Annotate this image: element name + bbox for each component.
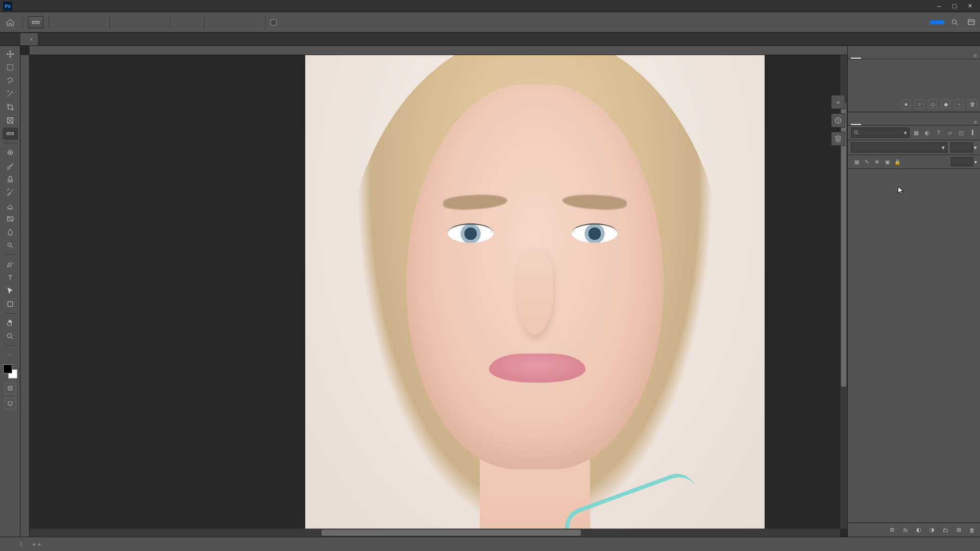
new-layer-icon[interactable]: ⊞ xyxy=(954,526,963,534)
filter-type-icon[interactable]: T xyxy=(934,128,943,137)
edit-toolbar[interactable]: ⋯ xyxy=(3,349,18,361)
menu-plugins[interactable] xyxy=(91,0,99,12)
nav-next-icon[interactable]: ▸ xyxy=(38,541,41,547)
document-tab-close[interactable]: × xyxy=(30,36,33,42)
marquee-tool[interactable] xyxy=(3,61,18,73)
history-brush-tool[interactable] xyxy=(3,186,18,198)
eraser-tool[interactable] xyxy=(3,199,18,212)
ruler-vertical[interactable] xyxy=(20,55,30,537)
tab-kanaele[interactable] xyxy=(862,121,872,125)
hand-icon xyxy=(6,319,14,327)
libraries-panel-icon[interactable] xyxy=(831,132,845,146)
layer-mask-icon[interactable]: ◐ xyxy=(915,526,923,534)
lock-all-icon[interactable]: 🔒 xyxy=(893,157,902,166)
tab-farbe[interactable] xyxy=(862,55,872,59)
path-fill-icon[interactable]: ● xyxy=(901,99,911,109)
use-measure-scale-checkbox[interactable] xyxy=(271,19,279,26)
group-layers-icon[interactable]: 🗀 xyxy=(941,526,949,534)
document-tab[interactable]: × xyxy=(20,33,38,45)
lock-paint-icon[interactable]: ✎ xyxy=(862,157,871,166)
lock-transparent-icon[interactable]: ▦ xyxy=(852,157,861,166)
shape-tool[interactable] xyxy=(3,298,18,310)
menu-filter[interactable] xyxy=(66,0,75,12)
chevron-down-icon[interactable]: ▾ xyxy=(974,144,977,151)
type-tool[interactable] xyxy=(3,271,18,284)
crop-tool[interactable] xyxy=(3,101,18,113)
layers-panel: ≡ ▾ ▦ ◐ T ▱ ◫ ⏽ ▾ xyxy=(848,112,980,537)
fill-input[interactable] xyxy=(951,157,973,166)
tab-ebenen[interactable] xyxy=(851,120,861,125)
menu-schrift[interactable] xyxy=(50,0,58,12)
healing-tool[interactable] xyxy=(3,146,18,159)
link-layers-icon[interactable]: ⧉ xyxy=(888,526,896,534)
brush-tool[interactable] xyxy=(3,160,18,172)
filter-pixel-icon[interactable]: ▦ xyxy=(912,128,921,137)
search-button[interactable] xyxy=(949,17,961,28)
path-selection-icon[interactable]: ◇ xyxy=(928,99,937,109)
menu-ebene[interactable] xyxy=(42,0,50,12)
menu-3d[interactable] xyxy=(75,0,83,12)
move-tool[interactable] xyxy=(3,48,18,60)
search-icon xyxy=(951,18,959,27)
scrollbar-horizontal[interactable] xyxy=(30,529,840,537)
frame-tool[interactable] xyxy=(3,114,18,127)
delete-layer-icon[interactable]: 🗑 xyxy=(968,526,976,534)
filter-toggle-icon[interactable]: ⏽ xyxy=(968,128,977,137)
screen-mode-toggle[interactable] xyxy=(5,398,16,409)
menu-ansicht[interactable] xyxy=(83,0,91,12)
menu-datei[interactable] xyxy=(17,0,26,12)
path-select-tool[interactable] xyxy=(3,285,18,297)
screen-icon xyxy=(7,400,13,407)
tool-preset-picker[interactable] xyxy=(28,16,43,29)
gradient-tool[interactable] xyxy=(3,213,18,225)
document-canvas[interactable] xyxy=(305,55,765,537)
home-button[interactable] xyxy=(3,15,17,30)
menu-auswahl[interactable] xyxy=(58,0,66,12)
opacity-input[interactable] xyxy=(950,142,973,153)
blur-tool[interactable] xyxy=(3,226,18,238)
wand-tool[interactable] xyxy=(3,88,18,100)
chevron-down-icon[interactable]: ▾ xyxy=(974,159,977,165)
quick-mask-toggle[interactable] xyxy=(5,383,16,394)
lock-position-icon[interactable]: ✥ xyxy=(872,157,881,166)
pen-tool[interactable] xyxy=(3,258,18,270)
layer-filter-type[interactable]: ▾ xyxy=(851,128,910,138)
eyedropper-tool[interactable] xyxy=(3,128,18,140)
lasso-tool[interactable] xyxy=(3,74,18,87)
menu-hilfe[interactable] xyxy=(107,0,115,12)
zoom-tool[interactable] xyxy=(3,330,18,342)
filter-shape-icon[interactable]: ▱ xyxy=(945,128,954,137)
layers-panel-menu-icon[interactable]: ≡ xyxy=(971,119,980,125)
window-close[interactable]: ✕ xyxy=(963,1,977,11)
workspace-button[interactable] xyxy=(966,17,977,28)
menu-bild[interactable] xyxy=(34,0,42,12)
panel-menu-icon[interactable]: ≡ xyxy=(971,53,980,59)
dock-expand-icon[interactable]: « xyxy=(831,95,845,109)
blend-mode-select[interactable]: ▾ xyxy=(851,142,947,153)
menu-bearbeiten[interactable] xyxy=(26,0,34,12)
menu-fenster[interactable] xyxy=(99,0,107,12)
color-swatches[interactable] xyxy=(3,364,17,379)
nav-prev-icon[interactable]: ◂ xyxy=(32,541,35,547)
tab-pfade[interactable] xyxy=(851,54,861,59)
layer-style-icon[interactable]: fx xyxy=(901,526,910,534)
path-mask-icon[interactable]: ◆ xyxy=(941,99,950,109)
foreground-color[interactable] xyxy=(3,364,12,373)
viewport[interactable] xyxy=(30,55,847,537)
adjustment-layer-icon[interactable]: ◑ xyxy=(928,526,936,534)
lock-artboard-icon[interactable]: ▣ xyxy=(883,157,892,166)
status-chevron-icon[interactable]: 〉 xyxy=(19,540,25,548)
history-panel-icon[interactable] xyxy=(831,113,845,128)
filter-adjust-icon[interactable]: ◐ xyxy=(923,128,932,137)
path-stroke-icon[interactable]: ○ xyxy=(915,99,924,109)
new-path-icon[interactable]: ▫ xyxy=(954,99,964,109)
window-maximize[interactable]: ▢ xyxy=(947,1,962,11)
stamp-tool[interactable] xyxy=(3,173,18,185)
filter-smart-icon[interactable]: ◫ xyxy=(957,128,966,137)
window-minimize[interactable]: ─ xyxy=(932,1,946,11)
delete-path-icon[interactable]: 🗑 xyxy=(968,99,977,109)
ruler-horizontal[interactable] xyxy=(30,46,847,55)
dodge-tool[interactable] xyxy=(3,239,18,252)
hand-tool[interactable] xyxy=(3,317,18,329)
share-button[interactable] xyxy=(930,20,944,24)
